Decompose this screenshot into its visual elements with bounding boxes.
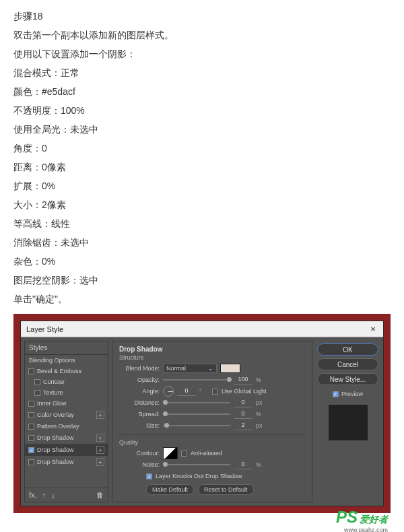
spread-slider[interactable]: [163, 413, 230, 415]
preview-box: [328, 404, 368, 441]
text-line: 距离：0像素: [13, 158, 391, 176]
checkbox[interactable]: [28, 424, 34, 430]
plus-icon[interactable]: +: [96, 458, 104, 466]
dialog-titlebar[interactable]: Layer Style ×: [21, 321, 383, 337]
distance-value[interactable]: 0: [234, 399, 252, 407]
new-style-button[interactable]: New Style...: [317, 373, 378, 385]
noise-slider[interactable]: [163, 464, 230, 465]
opacity-value[interactable]: 100: [234, 376, 252, 385]
item-label: Inner Glow: [37, 400, 67, 407]
color-swatch[interactable]: [220, 364, 240, 373]
styles-item-contour[interactable]: Contour: [25, 376, 108, 387]
unit-px: px: [256, 399, 265, 406]
styles-item-pattern-overlay[interactable]: Pattern Overlay: [25, 421, 108, 432]
checkbox[interactable]: [34, 390, 40, 396]
knockout-checkbox[interactable]: [146, 473, 152, 479]
plus-icon[interactable]: +: [96, 411, 104, 419]
text-line: 双击第一个副本以添加新的图层样式。: [13, 26, 391, 44]
item-label: Contour: [43, 378, 65, 385]
text-line: 角度：0: [13, 139, 391, 158]
size-label: Size:: [119, 422, 160, 429]
checkbox[interactable]: [28, 412, 34, 418]
styles-header[interactable]: Styles: [25, 341, 108, 355]
item-label: Drop Shadow: [37, 459, 74, 465]
styles-item-color-overlay[interactable]: Color Overlay +: [25, 409, 108, 421]
dialog-title: Layer Style: [26, 325, 63, 333]
spread-label: Spread:: [119, 411, 160, 418]
size-value[interactable]: 2: [234, 422, 252, 430]
checkbox[interactable]: [28, 368, 34, 374]
angle-value[interactable]: 0: [177, 387, 196, 396]
layer-style-dialog: Layer Style × Styles Blending Options Be…: [20, 321, 384, 506]
item-label: Texture: [43, 389, 63, 396]
text-line: 等高线：线性: [13, 214, 391, 233]
styles-item-drop-shadow-2[interactable]: Drop Shadow +: [25, 444, 108, 456]
styles-panel: Styles Blending Options Bevel & Emboss C…: [24, 341, 108, 502]
spread-value[interactable]: 0: [234, 410, 252, 419]
angle-dial[interactable]: [163, 386, 174, 397]
checkbox-checked[interactable]: [28, 447, 34, 453]
text-line: 颜色：#e5dacf: [13, 82, 391, 101]
arrow-up-icon[interactable]: ↑: [42, 491, 46, 499]
blending-options-item[interactable]: Blending Options: [25, 355, 108, 366]
quality-subtitle: Quality: [119, 439, 305, 446]
text-line: 大小：2像素: [13, 195, 391, 214]
styles-item-drop-shadow-1[interactable]: Drop Shadow +: [25, 432, 108, 444]
unit-percent: %: [256, 461, 265, 468]
preview-label: Preview: [341, 391, 363, 397]
trash-icon[interactable]: 🗑: [96, 491, 104, 499]
dialog-actions: OK Cancel New Style... Preview: [316, 341, 380, 502]
distance-label: Distance:: [119, 399, 160, 406]
text-line: 杂色：0%: [13, 252, 391, 271]
styles-item-bevel[interactable]: Bevel & Emboss: [25, 366, 108, 376]
item-label: Blending Options: [29, 357, 75, 364]
plus-icon[interactable]: +: [96, 446, 104, 454]
opacity-label: Opacity:: [119, 376, 160, 383]
text-line: 单击"确定"。: [13, 290, 391, 308]
checkbox[interactable]: [34, 379, 40, 385]
reset-default-button[interactable]: Reset to Default: [198, 484, 254, 495]
checkbox[interactable]: [28, 435, 34, 441]
text-line: 消除锯齿：未选中: [13, 233, 391, 252]
styles-footer-icons: fx. ↑ ↓ 🗑: [24, 488, 108, 502]
noise-value[interactable]: 0: [234, 461, 252, 469]
make-default-button[interactable]: Make Default: [146, 484, 194, 495]
section-subtitle: Structure: [119, 354, 305, 361]
antialias-checkbox[interactable]: [181, 451, 187, 457]
text-line: 扩展：0%: [13, 176, 391, 195]
contour-label: Contour:: [119, 450, 160, 457]
drop-shadow-settings: Drop Shadow Structure Blend Mode: Normal…: [112, 341, 312, 502]
blend-mode-label: Blend Mode:: [119, 365, 160, 372]
item-label: Bevel & Emboss: [37, 368, 81, 374]
close-icon[interactable]: ×: [368, 324, 378, 334]
watermark-ps: PS: [336, 508, 358, 527]
unit-percent: %: [256, 411, 265, 418]
ok-button[interactable]: OK: [317, 343, 378, 356]
item-label: Pattern Overlay: [37, 423, 79, 430]
distance-slider[interactable]: [163, 402, 230, 403]
watermark-cn: 爱好者: [360, 514, 388, 526]
size-slider[interactable]: [163, 425, 230, 426]
checkbox[interactable]: [28, 459, 34, 465]
blend-mode-dropdown[interactable]: Normal: [163, 364, 217, 373]
text-line: 不透明度：100%: [13, 101, 391, 120]
global-light-checkbox[interactable]: [212, 389, 218, 395]
arrow-down-icon[interactable]: ↓: [51, 491, 55, 499]
unit-deg: °: [199, 388, 209, 395]
styles-item-inner-glow[interactable]: Inner Glow: [25, 398, 108, 409]
fx-icon[interactable]: fx.: [29, 491, 37, 499]
contour-swatch[interactable]: [163, 447, 178, 459]
opacity-slider[interactable]: [163, 379, 230, 380]
section-title: Drop Shadow: [119, 345, 305, 353]
knockout-label: Layer Knocks Out Drop Shadow: [156, 473, 242, 479]
styles-item-drop-shadow-3[interactable]: Drop Shadow +: [25, 456, 108, 468]
styles-item-texture[interactable]: Texture: [25, 387, 108, 398]
tutorial-text: 步骤18 双击第一个副本以添加新的图层样式。 使用以下设置添加一个阴影： 混合模…: [0, 0, 404, 308]
text-line: 使用全局光：未选中: [13, 120, 391, 139]
checkbox[interactable]: [28, 401, 34, 407]
item-label: Drop Shadow: [37, 446, 74, 453]
text-line: 使用以下设置添加一个阴影：: [13, 44, 391, 63]
plus-icon[interactable]: +: [96, 434, 104, 442]
preview-checkbox[interactable]: [333, 391, 339, 397]
cancel-button[interactable]: Cancel: [317, 358, 378, 370]
